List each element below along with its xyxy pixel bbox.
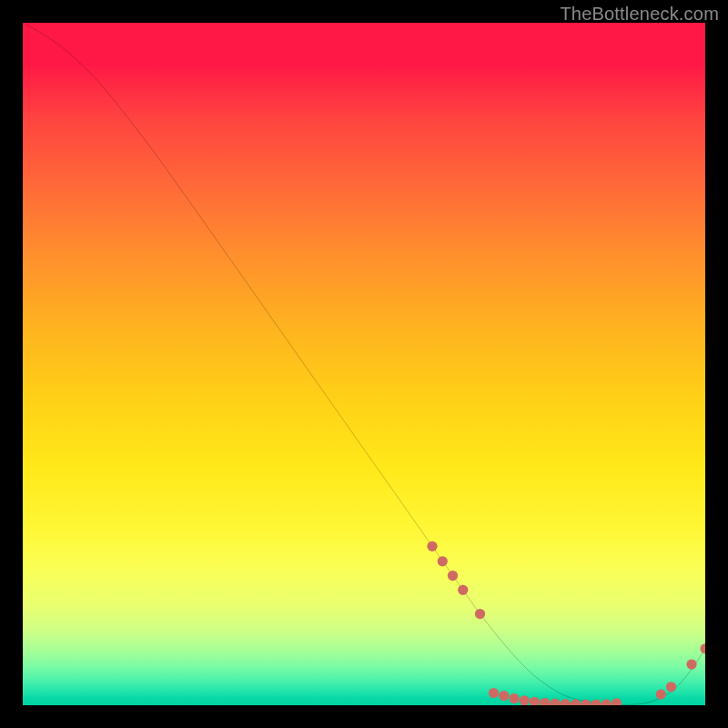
data-marker: [509, 693, 519, 703]
data-marker: [448, 571, 458, 581]
data-marker: [700, 643, 705, 653]
data-marker: [427, 541, 437, 551]
data-marker: [499, 691, 509, 701]
bottleneck-curve: [23, 23, 705, 705]
curve-layer: [23, 23, 705, 705]
data-marker: [656, 689, 666, 699]
data-marker: [581, 699, 591, 705]
data-marker: [520, 695, 530, 705]
data-marker: [612, 698, 622, 705]
data-marker: [475, 609, 485, 619]
data-marker: [686, 659, 696, 669]
data-marker: [438, 556, 448, 566]
plot-area: [23, 23, 705, 705]
data-marker: [540, 698, 550, 705]
data-marker: [458, 585, 468, 595]
data-marker: [666, 682, 676, 692]
data-marker: [561, 699, 571, 705]
chart-stage: TheBottleneck.com: [0, 0, 728, 728]
data-marker: [602, 699, 612, 705]
data-marker: [489, 688, 499, 698]
data-marker: [591, 699, 601, 705]
data-marker: [550, 699, 560, 706]
data-marker: [530, 697, 540, 705]
watermark-text: TheBottleneck.com: [560, 4, 719, 25]
data-markers: [427, 541, 705, 705]
